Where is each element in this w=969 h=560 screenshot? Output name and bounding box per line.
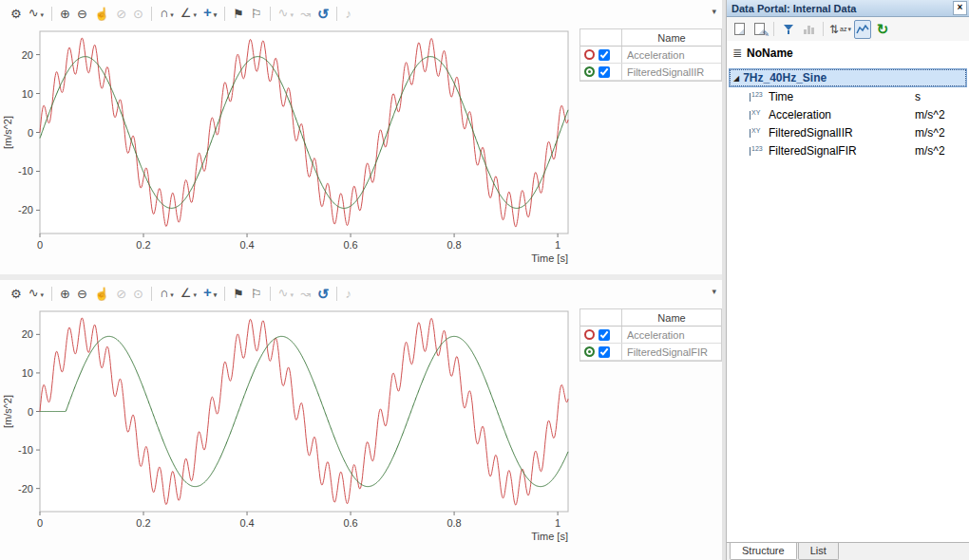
channel-unit: s <box>915 90 921 103</box>
collapse-panel-icon[interactable]: ▾ <box>712 287 716 296</box>
replay-icon[interactable]: ↺ <box>314 286 332 302</box>
legend-visibility-checkbox[interactable] <box>598 346 610 358</box>
axis-settings-icon[interactable]: ⚙ <box>8 5 25 23</box>
channel-unit: m/s^2 <box>915 126 945 140</box>
expander-icon[interactable]: ◢ <box>733 74 739 83</box>
dropdown-arrow-icon[interactable]: ▾ <box>290 287 294 303</box>
legend-name-column-header: Name <box>622 312 721 324</box>
legend-header-row: Name <box>580 309 721 327</box>
dropdown-arrow-icon[interactable]: ▾ <box>290 7 294 23</box>
audio-replay-icon[interactable]: ♪ <box>342 5 354 23</box>
new-file-icon[interactable] <box>731 20 748 39</box>
signal-display-icon[interactable]: ∿▾ <box>26 4 47 24</box>
signal-display-icon[interactable]: ∿▾ <box>26 284 47 304</box>
filter-icon[interactable] <box>780 20 797 39</box>
flag-points-icon[interactable]: ⚐ <box>248 5 265 23</box>
set-flag-icon[interactable]: ⚑ <box>230 5 247 23</box>
axis-settings-icon[interactable]: ⚙ <box>8 285 25 303</box>
channel-row-filteredsignalfir[interactable]: 123FilteredSignalFIRm/s^2 <box>727 141 969 159</box>
legend-row[interactable]: FilteredSignalIIR <box>580 64 721 81</box>
dropdown-arrow-icon[interactable]: ▾ <box>41 7 45 23</box>
toolbar-separator <box>51 287 52 301</box>
zoom-segment-icon[interactable]: ⊘ <box>113 5 129 23</box>
internal-data-icon: ≣ <box>732 47 742 60</box>
sort-icon[interactable]: ⇅az▾ <box>829 20 851 39</box>
set-flag-icon[interactable]: ⚑ <box>230 285 247 303</box>
pan-hand-icon[interactable]: ☝ <box>91 285 112 303</box>
band-cursor-icon[interactable]: ∩▾ <box>157 284 177 304</box>
toolbar-separator <box>823 22 824 36</box>
y-tick-label: 10 <box>22 367 33 379</box>
dropdown-arrow-icon[interactable]: ▾ <box>170 287 174 303</box>
slope-cursor-icon[interactable]: ∠▾ <box>178 284 200 304</box>
zoom-out-icon[interactable]: ⊖ <box>74 5 90 23</box>
zoom-in-icon[interactable]: ⊕ <box>57 5 73 23</box>
x-tick-label: 0 <box>37 239 43 251</box>
channel-list: 123TimesXYAccelerationm/s^2XYFilteredSig… <box>727 87 969 159</box>
y-tick-label: 0 <box>28 127 33 139</box>
curve-fit-icon[interactable]: ∿▾ <box>276 4 296 24</box>
channel-name: FilteredSignalIIR <box>769 126 853 140</box>
tab-structure[interactable]: Structure <box>730 543 797 560</box>
dropdown-arrow-icon[interactable]: ▾ <box>193 7 197 23</box>
flag-navigation-icon[interactable]: ↝ <box>297 5 314 23</box>
legend-visibility-checkbox[interactable] <box>598 49 610 61</box>
dropdown-arrow-icon[interactable]: ▾ <box>847 26 851 33</box>
numeric-channel-icon: 123 <box>750 91 769 102</box>
pan-hand-icon[interactable]: ☝ <box>91 5 112 23</box>
zoom-segment-icon[interactable]: ⊘ <box>113 285 129 303</box>
legend-visibility-checkbox[interactable] <box>598 66 610 78</box>
show-in-portal-toggle-icon[interactable] <box>854 20 871 39</box>
channel-row-filteredsignaliir[interactable]: XYFilteredSignalIIRm/s^2 <box>727 123 969 141</box>
data-portal-body: ≣ NoName ◢ 7Hz_40Hz_Sine 123TimesXYAccel… <box>727 41 969 542</box>
flag-navigation-icon[interactable]: ↝ <box>297 285 314 303</box>
red-circle-icon[interactable] <box>584 329 595 340</box>
data-portal-header: Data Portal: Internal Data × <box>727 0 969 17</box>
flag-points-icon[interactable]: ⚐ <box>248 285 265 303</box>
dropdown-arrow-icon[interactable]: ▾ <box>214 8 218 22</box>
crosshair-cursor-icon[interactable]: +▾ <box>200 4 219 23</box>
red-circle-icon[interactable] <box>584 49 595 60</box>
dropdown-arrow-icon[interactable]: ▾ <box>193 287 197 303</box>
refresh-icon[interactable]: ↻ <box>874 20 891 39</box>
toolbar-separator <box>336 7 337 21</box>
chart-preview-icon[interactable] <box>800 20 817 39</box>
slope-cursor-icon[interactable]: ∠▾ <box>178 4 200 24</box>
top-chart-canvas[interactable]: 20100-10-2000.20.40.60.81[m/s^2]Time [s] <box>0 27 576 266</box>
legend-visibility-checkbox[interactable] <box>598 329 610 341</box>
dropdown-arrow-icon[interactable]: ▾ <box>170 7 174 23</box>
legend-name-column-header: Name <box>622 32 721 44</box>
legend-row[interactable]: Acceleration <box>580 327 721 344</box>
replay-icon[interactable]: ↺ <box>314 6 332 22</box>
curve-fit-icon[interactable]: ∿▾ <box>276 284 296 304</box>
crosshair-cursor-icon[interactable]: +▾ <box>200 284 219 303</box>
channel-row-acceleration[interactable]: XYAccelerationm/s^2 <box>727 105 969 123</box>
plot-area[interactable] <box>40 31 568 233</box>
legend-row[interactable]: FilteredSignalFIR <box>580 344 721 361</box>
tree-item-channel-group[interactable]: ◢ 7Hz_40Hz_Sine <box>729 68 967 87</box>
edit-properties-icon[interactable]: ✎ <box>750 20 768 39</box>
toolbar-separator <box>151 7 152 21</box>
internal-data-root[interactable]: ≣ NoName <box>727 41 969 63</box>
green-circle-icon[interactable] <box>584 346 595 357</box>
data-portal-panel: Data Portal: Internal Data × ✎⇅az▾↻ ≣ No… <box>726 0 969 560</box>
green-circle-icon[interactable] <box>584 66 595 77</box>
dropdown-arrow-icon[interactable]: ▾ <box>41 287 45 303</box>
collapse-panel-icon[interactable]: ▾ <box>712 7 716 16</box>
toolbar-separator <box>336 287 337 301</box>
close-icon[interactable]: × <box>953 1 967 15</box>
channel-group-label: 7Hz_40Hz_Sine <box>743 71 826 84</box>
bottom-chart-canvas[interactable]: 20100-10-2000.20.40.60.81[m/s^2]Time [s] <box>0 307 576 544</box>
legend-row[interactable]: Acceleration <box>580 47 721 64</box>
y-axis-label: [m/s^2] <box>2 395 13 428</box>
zoom-reset-icon[interactable]: ⊙ <box>130 5 146 23</box>
zoom-out-icon[interactable]: ⊖ <box>74 285 90 303</box>
band-cursor-icon[interactable]: ∩▾ <box>157 4 177 24</box>
toolbar-separator <box>151 287 152 301</box>
tab-list[interactable]: List <box>798 543 839 560</box>
channel-row-time[interactable]: 123Times <box>727 87 969 105</box>
audio-replay-icon[interactable]: ♪ <box>342 285 354 303</box>
dropdown-arrow-icon[interactable]: ▾ <box>214 288 218 302</box>
zoom-reset-icon[interactable]: ⊙ <box>130 285 146 303</box>
zoom-in-icon[interactable]: ⊕ <box>57 285 73 303</box>
